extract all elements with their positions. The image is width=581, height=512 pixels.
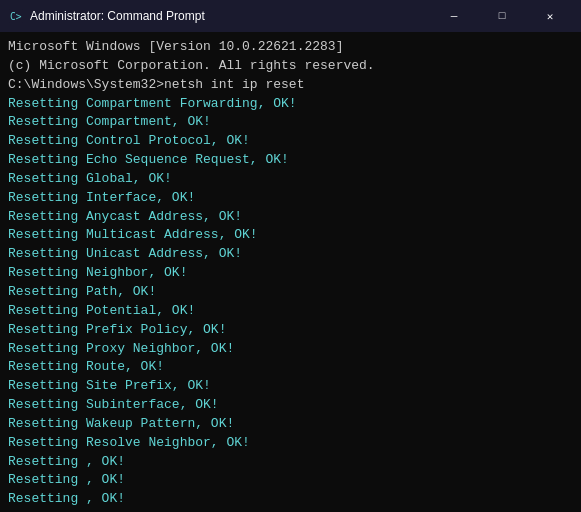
- terminal-line: Resetting , OK!: [8, 490, 573, 509]
- terminal-line: Resetting Compartment Forwarding, OK!: [8, 95, 573, 114]
- window-controls: — □ ✕: [431, 0, 573, 32]
- window-title: Administrator: Command Prompt: [30, 9, 205, 23]
- terminal-line: Resetting Global, OK!: [8, 170, 573, 189]
- terminal-line: Resetting Potential, OK!: [8, 302, 573, 321]
- terminal-line: Resetting Compartment, OK!: [8, 113, 573, 132]
- terminal-line: Microsoft Windows [Version 10.0.22621.22…: [8, 38, 573, 57]
- terminal-line: Resetting Multicast Address, OK!: [8, 226, 573, 245]
- terminal-line: Resetting Wakeup Pattern, OK!: [8, 415, 573, 434]
- terminal-output: Microsoft Windows [Version 10.0.22621.22…: [0, 32, 581, 512]
- terminal-line: Resetting Echo Sequence Request, OK!: [8, 151, 573, 170]
- cmd-icon: C>: [8, 8, 24, 24]
- terminal-line: Resetting Neighbor, OK!: [8, 264, 573, 283]
- svg-text:C>: C>: [10, 11, 22, 22]
- terminal-line: Resetting Prefix Policy, OK!: [8, 321, 573, 340]
- terminal-line: Resetting Unicast Address, OK!: [8, 245, 573, 264]
- terminal-line: Resetting Proxy Neighbor, OK!: [8, 340, 573, 359]
- terminal-line: Resetting Subinterface, OK!: [8, 396, 573, 415]
- terminal-line: Resetting , OK!: [8, 471, 573, 490]
- close-button[interactable]: ✕: [527, 0, 573, 32]
- terminal-line: Resetting Path, OK!: [8, 283, 573, 302]
- terminal-line: Resetting Site Prefix, OK!: [8, 377, 573, 396]
- terminal-line: Resetting Control Protocol, OK!: [8, 132, 573, 151]
- maximize-button[interactable]: □: [479, 0, 525, 32]
- terminal-line: Resetting Anycast Address, OK!: [8, 208, 573, 227]
- terminal-line: Resetting Resolve Neighbor, OK!: [8, 434, 573, 453]
- title-bar: C> Administrator: Command Prompt — □ ✕: [0, 0, 581, 32]
- terminal-line: C:\Windows\System32>netsh int ip reset: [8, 76, 573, 95]
- terminal-line: Resetting Interface, OK!: [8, 189, 573, 208]
- terminal-line: Resetting Route, OK!: [8, 358, 573, 377]
- terminal-line: (c) Microsoft Corporation. All rights re…: [8, 57, 573, 76]
- minimize-button[interactable]: —: [431, 0, 477, 32]
- terminal-line: Resetting , OK!: [8, 453, 573, 472]
